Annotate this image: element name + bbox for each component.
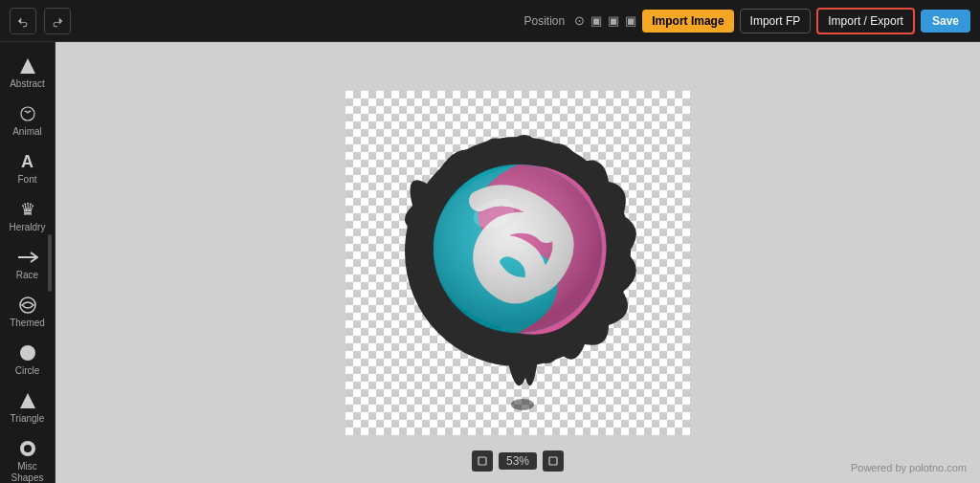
abstract-label: Abstract <box>10 78 45 90</box>
zoom-decrease-button[interactable] <box>472 450 493 472</box>
font-icon: A <box>17 151 38 172</box>
themed-icon <box>17 295 38 316</box>
undo-button[interactable] <box>10 8 36 34</box>
zoom-increase-button[interactable] <box>543 450 564 472</box>
sidebar-item-race[interactable]: Race <box>3 241 53 287</box>
triangle-icon <box>17 390 38 411</box>
svg-marker-4 <box>20 393 35 408</box>
topbar: Position ⊙ ▣ ▣ ▣ Import Image Import FP … <box>0 0 980 42</box>
align-center-icon: ▣ <box>608 13 619 28</box>
canvas-area[interactable]: 53% Powered by polotno.com <box>56 42 980 483</box>
circle-label: Circle <box>15 365 40 377</box>
position-label: Position <box>524 14 566 28</box>
svg-rect-15 <box>549 457 557 465</box>
abstract-icon <box>17 55 38 77</box>
sidebar-item-font[interactable]: A Font <box>3 145 53 191</box>
font-label: Font <box>17 174 36 186</box>
svg-point-11 <box>434 165 602 333</box>
topbar-right: Position ⊙ ▣ ▣ ▣ Import Image Import FP … <box>524 8 970 34</box>
svg-point-8 <box>511 399 534 410</box>
import-fp-button[interactable]: Import FP <box>740 9 812 33</box>
align-left-icon: ▣ <box>590 13 602 28</box>
heraldry-icon: ♛ <box>17 199 38 220</box>
sidebar: Abstract Animal A Font ♛ Heraldry <box>0 42 56 483</box>
align-right-icon: ▣ <box>625 13 636 28</box>
topbar-left <box>10 8 71 34</box>
animal-icon <box>17 103 38 124</box>
svg-rect-14 <box>479 457 486 465</box>
logo-artwork <box>384 110 652 416</box>
import-export-button[interactable]: Import / Export <box>816 8 915 34</box>
canvas-wrapper <box>345 91 690 435</box>
race-label: Race <box>16 270 38 281</box>
save-button[interactable]: Save <box>921 10 970 33</box>
rotate-icon: ⊙ <box>574 13 585 28</box>
footer-credit: Powered by polotno.com <box>851 462 967 473</box>
heraldry-label: Heraldry <box>10 222 46 233</box>
themed-label: Themed <box>10 318 45 329</box>
sidebar-item-heraldry[interactable]: ♛ Heraldry <box>3 193 53 239</box>
sidebar-item-themed[interactable]: Themed <box>3 289 53 335</box>
svg-point-6 <box>24 445 32 452</box>
misc-label: Misc Shapes <box>7 461 49 483</box>
sidebar-item-circle[interactable]: Circle <box>3 337 53 383</box>
svg-point-3 <box>20 345 35 361</box>
import-image-button[interactable]: Import Image <box>642 10 733 33</box>
redo-button[interactable] <box>44 8 71 34</box>
zoom-bar: 53% <box>472 450 564 472</box>
svg-marker-0 <box>20 58 35 74</box>
main-area: Abstract Animal A Font ♛ Heraldry <box>0 42 980 483</box>
sidebar-item-misc[interactable]: Misc Shapes <box>3 432 53 483</box>
scroll-indicator <box>48 234 52 292</box>
misc-icon <box>17 438 38 459</box>
canvas-background[interactable] <box>345 91 690 435</box>
sidebar-item-animal[interactable]: Animal <box>3 98 53 143</box>
race-icon <box>17 247 38 268</box>
triangle-label: Triangle <box>11 413 45 425</box>
sidebar-item-triangle[interactable]: Triangle <box>3 384 53 430</box>
circle-icon <box>17 342 38 363</box>
sidebar-item-abstract[interactable]: Abstract <box>3 50 53 96</box>
animal-label: Animal <box>12 126 42 138</box>
zoom-value: 53% <box>499 452 537 470</box>
